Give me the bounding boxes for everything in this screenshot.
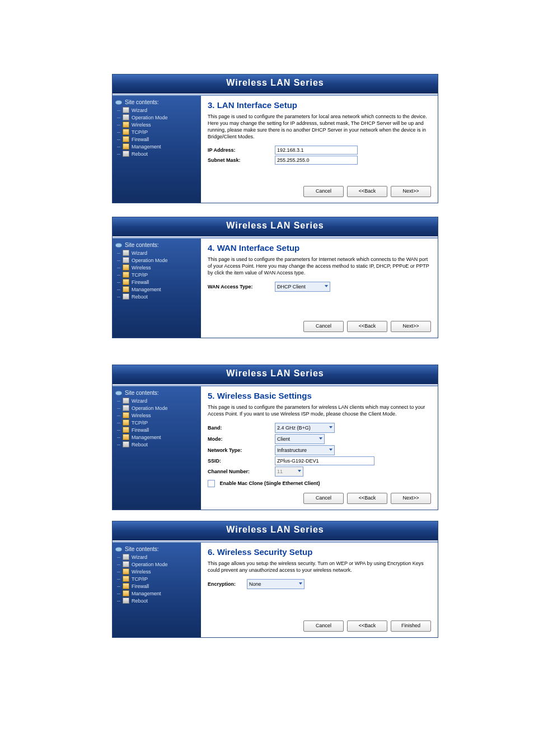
page-icon — [123, 257, 129, 263]
sidebar-item-management[interactable]: Management — [115, 286, 199, 293]
panel-wifi: Wireless LAN Series Site contents: Wizar… — [112, 365, 438, 510]
sidebar-header: Site contents: — [115, 390, 199, 396]
content-area: 5. Wireless Basic Settings This page is … — [201, 386, 438, 510]
sidebar-item-wizard[interactable]: Wizard — [115, 397, 199, 404]
sidebar-item-tcp/ip[interactable]: TCP/IP — [115, 271, 199, 278]
band-select[interactable]: 2.4 GHz (B+G) — [275, 423, 335, 433]
ip-address-input[interactable] — [275, 146, 358, 155]
page-icon — [123, 151, 129, 157]
back-button[interactable]: <<Back — [347, 186, 387, 197]
mode-value: Client — [277, 436, 290, 442]
back-button[interactable]: <<Back — [347, 493, 387, 504]
ssid-input[interactable] — [275, 456, 374, 465]
step-description: This page is used to configure the param… — [208, 113, 431, 140]
back-button[interactable]: <<Back — [347, 620, 387, 632]
channel-number-label: Channel Number: — [208, 469, 275, 474]
svg-point-3 — [115, 547, 122, 552]
sidebar-item-reboot[interactable]: Reboot — [115, 293, 199, 300]
sidebar-header: Site contents: — [115, 99, 199, 105]
globe-icon — [115, 242, 123, 248]
folder-icon — [123, 264, 129, 270]
sidebar-item-wizard[interactable]: Wizard — [115, 249, 199, 256]
next-button[interactable]: Next>> — [391, 493, 431, 504]
folder-icon — [123, 279, 129, 285]
sidebar-item-firewall[interactable]: Firewall — [115, 278, 199, 286]
sidebar-item-operation mode[interactable]: Operation Mode — [115, 114, 199, 121]
sidebar-item-firewall[interactable]: Firewall — [115, 582, 199, 590]
sidebar: Site contents: Wizard Operation Mode Wir… — [113, 96, 201, 203]
sidebar-item-reboot[interactable]: Reboot — [115, 441, 199, 448]
sidebar-item-wireless[interactable]: Wireless — [115, 121, 199, 128]
page-icon — [123, 114, 129, 120]
sidebar-item-operation mode[interactable]: Operation Mode — [115, 256, 199, 264]
sidebar-item-label: Wizard — [132, 250, 147, 256]
encryption-label: Encryption: — [208, 581, 247, 587]
sidebar-item-reboot[interactable]: Reboot — [115, 150, 199, 157]
button-row: Cancel<<BackNext>> — [208, 316, 431, 332]
page-icon — [123, 561, 129, 567]
mode-select[interactable]: Client — [275, 434, 325, 444]
folder-icon — [123, 272, 129, 278]
sidebar: Site contents: Wizard Operation Mode Wir… — [113, 239, 201, 338]
sidebar-item-label: Management — [132, 435, 161, 440]
finish-button[interactable]: Finished — [391, 620, 431, 632]
back-button[interactable]: <<Back — [347, 321, 387, 332]
globe-icon — [115, 100, 123, 105]
page-icon — [123, 398, 129, 404]
sidebar-item-label: Wireless — [132, 413, 151, 418]
sidebar-item-management[interactable]: Management — [115, 433, 199, 441]
wan-access-type-label: WAN Access Type: — [208, 284, 275, 290]
sidebar-item-label: Operation Mode — [132, 115, 168, 120]
panel-wan: Wireless LAN Series Site contents: Wizar… — [112, 217, 438, 338]
band-value: 2.4 GHz (B+G) — [277, 425, 311, 431]
sidebar-item-label: Firewall — [132, 427, 149, 433]
sidebar-item-label: Wizard — [132, 398, 147, 404]
sidebar-item-tcp/ip[interactable]: TCP/IP — [115, 419, 199, 426]
cancel-button[interactable]: Cancel — [303, 186, 344, 197]
sidebar-item-operation mode[interactable]: Operation Mode — [115, 561, 199, 568]
channel-number-select: 11 — [275, 466, 303, 477]
page-icon — [123, 441, 129, 447]
wan-access-type-select[interactable]: DHCP Client — [275, 282, 330, 292]
app-title: Wireless LAN Series — [226, 525, 324, 534]
sidebar-item-tcp/ip[interactable]: TCP/IP — [115, 128, 199, 136]
encryption-select[interactable]: None — [247, 579, 305, 589]
cancel-button[interactable]: Cancel — [303, 493, 344, 504]
sidebar-item-label: Firewall — [132, 279, 149, 285]
page-icon — [123, 554, 129, 560]
app-title: Wireless LAN Series — [226, 78, 324, 87]
sidebar-item-label: TCP/IP — [132, 272, 148, 278]
band-label: Band: — [208, 425, 275, 431]
sidebar-item-reboot[interactable]: Reboot — [115, 597, 199, 604]
sidebar-item-management[interactable]: Management — [115, 590, 199, 597]
sidebar-header-label: Site contents: — [125, 390, 159, 396]
mac-clone-checkbox[interactable] — [208, 480, 215, 487]
sidebar-item-operation mode[interactable]: Operation Mode — [115, 404, 199, 412]
sidebar-item-firewall[interactable]: Firewall — [115, 426, 199, 433]
sidebar-item-management[interactable]: Management — [115, 143, 199, 150]
sidebar-item-label: Reboot — [132, 294, 148, 300]
step-description: This page allows you setup the wireless … — [208, 560, 431, 573]
sidebar-item-wizard[interactable]: Wizard — [115, 106, 199, 114]
button-row: Cancel<<BackNext>> — [208, 181, 431, 197]
sidebar-item-wireless[interactable]: Wireless — [115, 412, 199, 419]
cancel-button[interactable]: Cancel — [303, 620, 344, 632]
network-type-select[interactable]: Infrastructure — [275, 445, 335, 455]
next-button[interactable]: Next>> — [391, 186, 431, 197]
title-bar: Wireless LAN Series — [113, 217, 438, 236]
sidebar-item-wireless[interactable]: Wireless — [115, 264, 199, 271]
sidebar-item-label: Operation Mode — [132, 562, 168, 567]
cancel-button[interactable]: Cancel — [303, 321, 344, 332]
folder-icon — [123, 122, 129, 128]
subnet-mask-input[interactable] — [275, 156, 358, 165]
sidebar-item-label: TCP/IP — [132, 129, 148, 135]
sidebar-item-tcp/ip[interactable]: TCP/IP — [115, 575, 199, 582]
folder-icon — [123, 136, 129, 142]
network-type-label: Network Type: — [208, 447, 275, 453]
title-bar: Wireless LAN Series — [113, 74, 438, 94]
sidebar-item-wireless[interactable]: Wireless — [115, 568, 199, 575]
next-button[interactable]: Next>> — [391, 321, 431, 332]
sidebar-item-wizard[interactable]: Wizard — [115, 553, 199, 561]
sidebar-item-firewall[interactable]: Firewall — [115, 136, 199, 143]
sidebar-item-label: Wireless — [132, 569, 151, 575]
